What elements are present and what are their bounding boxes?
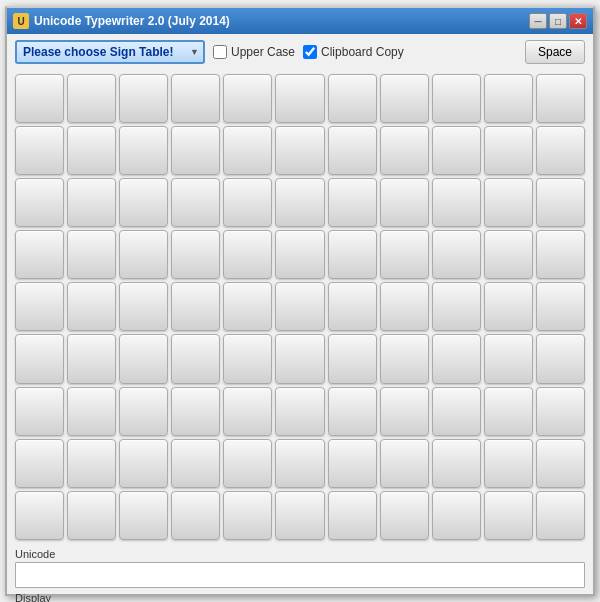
char-button[interactable] — [119, 387, 168, 436]
char-button[interactable] — [380, 178, 429, 227]
char-button[interactable] — [484, 74, 533, 123]
char-button[interactable] — [15, 282, 64, 331]
char-button[interactable] — [223, 387, 272, 436]
char-button[interactable] — [15, 126, 64, 175]
char-button[interactable] — [275, 491, 324, 540]
char-button[interactable] — [380, 334, 429, 383]
char-button[interactable] — [171, 439, 220, 488]
char-button[interactable] — [15, 387, 64, 436]
char-button[interactable] — [119, 282, 168, 331]
char-button[interactable] — [67, 126, 116, 175]
char-button[interactable] — [15, 178, 64, 227]
char-button[interactable] — [171, 491, 220, 540]
char-button[interactable] — [380, 282, 429, 331]
char-button[interactable] — [275, 439, 324, 488]
char-button[interactable] — [67, 74, 116, 123]
char-button[interactable] — [223, 334, 272, 383]
char-button[interactable] — [380, 126, 429, 175]
close-button[interactable]: ✕ — [569, 13, 587, 29]
char-button[interactable] — [484, 439, 533, 488]
char-button[interactable] — [536, 178, 585, 227]
char-button[interactable] — [432, 439, 481, 488]
char-button[interactable] — [536, 334, 585, 383]
char-button[interactable] — [119, 74, 168, 123]
char-button[interactable] — [67, 387, 116, 436]
char-button[interactable] — [275, 126, 324, 175]
char-button[interactable] — [119, 230, 168, 279]
char-button[interactable] — [119, 126, 168, 175]
char-button[interactable] — [432, 387, 481, 436]
clipboard-checkbox[interactable] — [303, 45, 317, 59]
char-button[interactable] — [15, 491, 64, 540]
char-button[interactable] — [380, 387, 429, 436]
char-button[interactable] — [171, 282, 220, 331]
char-button[interactable] — [171, 178, 220, 227]
char-button[interactable] — [328, 126, 377, 175]
char-button[interactable] — [536, 74, 585, 123]
char-button[interactable] — [328, 439, 377, 488]
char-button[interactable] — [67, 178, 116, 227]
char-button[interactable] — [328, 178, 377, 227]
char-button[interactable] — [328, 491, 377, 540]
char-button[interactable] — [432, 334, 481, 383]
char-button[interactable] — [223, 491, 272, 540]
char-button[interactable] — [484, 178, 533, 227]
char-button[interactable] — [484, 387, 533, 436]
char-button[interactable] — [223, 74, 272, 123]
char-button[interactable] — [67, 439, 116, 488]
char-button[interactable] — [380, 74, 429, 123]
uppercase-checkbox[interactable] — [213, 45, 227, 59]
char-button[interactable] — [67, 334, 116, 383]
char-button[interactable] — [432, 74, 481, 123]
char-button[interactable] — [223, 178, 272, 227]
char-button[interactable] — [15, 334, 64, 383]
space-button[interactable]: Space — [525, 40, 585, 64]
char-button[interactable] — [67, 282, 116, 331]
char-button[interactable] — [119, 334, 168, 383]
char-button[interactable] — [223, 439, 272, 488]
char-button[interactable] — [67, 230, 116, 279]
char-button[interactable] — [275, 387, 324, 436]
char-button[interactable] — [380, 439, 429, 488]
char-button[interactable] — [432, 282, 481, 331]
char-button[interactable] — [328, 74, 377, 123]
char-button[interactable] — [328, 387, 377, 436]
char-button[interactable] — [484, 230, 533, 279]
char-button[interactable] — [223, 282, 272, 331]
char-button[interactable] — [536, 230, 585, 279]
char-button[interactable] — [432, 178, 481, 227]
char-button[interactable] — [328, 334, 377, 383]
char-button[interactable] — [275, 230, 324, 279]
char-button[interactable] — [432, 230, 481, 279]
char-button[interactable] — [275, 74, 324, 123]
char-button[interactable] — [171, 334, 220, 383]
char-button[interactable] — [380, 491, 429, 540]
char-button[interactable] — [15, 74, 64, 123]
char-button[interactable] — [536, 491, 585, 540]
char-button[interactable] — [171, 74, 220, 123]
char-button[interactable] — [275, 282, 324, 331]
char-button[interactable] — [380, 230, 429, 279]
char-button[interactable] — [328, 282, 377, 331]
unicode-input[interactable] — [15, 562, 585, 588]
char-button[interactable] — [15, 439, 64, 488]
char-button[interactable] — [432, 126, 481, 175]
char-button[interactable] — [536, 282, 585, 331]
char-button[interactable] — [15, 230, 64, 279]
char-button[interactable] — [171, 126, 220, 175]
char-button[interactable] — [484, 491, 533, 540]
char-button[interactable] — [328, 230, 377, 279]
minimize-button[interactable]: ─ — [529, 13, 547, 29]
char-button[interactable] — [484, 334, 533, 383]
char-button[interactable] — [536, 439, 585, 488]
char-button[interactable] — [432, 491, 481, 540]
char-button[interactable] — [484, 282, 533, 331]
char-button[interactable] — [67, 491, 116, 540]
char-button[interactable] — [536, 387, 585, 436]
char-button[interactable] — [171, 387, 220, 436]
sign-table-select[interactable]: Please choose Sign Table! — [15, 40, 205, 64]
char-button[interactable] — [275, 334, 324, 383]
char-button[interactable] — [536, 126, 585, 175]
char-button[interactable] — [275, 178, 324, 227]
char-button[interactable] — [119, 439, 168, 488]
